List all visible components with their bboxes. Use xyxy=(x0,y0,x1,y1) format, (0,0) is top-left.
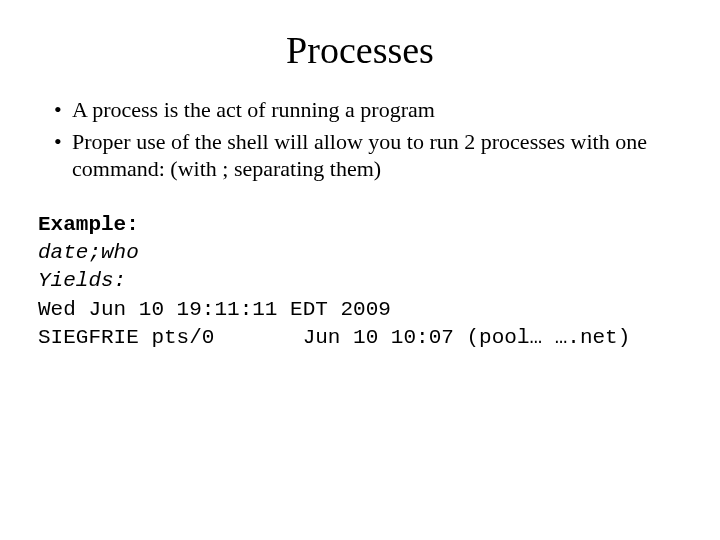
bullet-item: Proper use of the shell will allow you t… xyxy=(54,128,684,183)
output-line: SIEGFRIE pts/0 Jun 10 10:07 (pool… ….net… xyxy=(38,326,630,349)
yields-label: Yields: xyxy=(38,269,126,292)
example-block: Example: date;who Yields: Wed Jun 10 19:… xyxy=(38,211,684,353)
slide: Processes A process is the act of runnin… xyxy=(0,0,720,540)
bullet-list: A process is the act of running a progra… xyxy=(36,96,684,183)
example-label: Example: xyxy=(38,213,139,236)
bullet-item: A process is the act of running a progra… xyxy=(54,96,684,124)
output-line: Wed Jun 10 19:11:11 EDT 2009 xyxy=(38,298,391,321)
slide-title: Processes xyxy=(36,28,684,72)
example-command: date;who xyxy=(38,241,139,264)
